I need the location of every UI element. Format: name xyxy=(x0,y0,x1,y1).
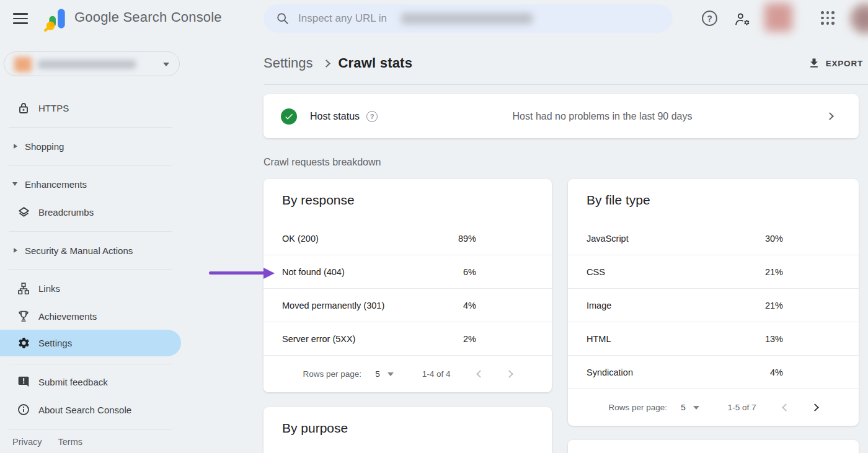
next-page-icon[interactable] xyxy=(506,370,514,378)
sidebar-item-label: Enhancements xyxy=(25,179,87,190)
sidebar-item-label: Links xyxy=(38,283,60,294)
redacted-search-domain xyxy=(401,13,533,24)
pagination-range: 1-4 of 4 xyxy=(422,369,451,379)
menu-icon[interactable] xyxy=(13,13,29,24)
url-inspection-bar[interactable] xyxy=(264,4,673,33)
breadcrumb: Settings Crawl stats EXPORT xyxy=(264,51,863,76)
sidebar-item-about-search-console[interactable]: About Search Console xyxy=(0,396,181,423)
sidebar-footer: Privacy Terms xyxy=(12,437,82,447)
row-value: 13% xyxy=(752,334,783,344)
sidebar-item-breadcrumbs[interactable]: Breadcrumbs xyxy=(0,198,181,226)
by-response-card: By response OK (200) 89% Not found (404)… xyxy=(264,179,552,392)
card-title: By response xyxy=(264,179,552,208)
pagination-range: 1-5 of 7 xyxy=(728,403,756,412)
sidebar-item-label: Settings xyxy=(38,338,72,348)
expand-right-icon xyxy=(14,248,17,253)
next-card-peek xyxy=(568,440,859,453)
sidebar: HTTPS Shopping Enhancements Breadcrumbs xyxy=(0,37,186,453)
table-row[interactable]: Server error (5XX) 2% xyxy=(264,322,552,356)
main-content: Settings Crawl stats EXPORT Host status … xyxy=(186,37,868,453)
sidebar-item-settings[interactable]: Settings xyxy=(0,330,181,356)
sidebar-item-https[interactable]: HTTPS xyxy=(0,94,181,121)
export-button[interactable]: EXPORT xyxy=(808,57,863,69)
left-column: By response OK (200) 89% Not found (404)… xyxy=(264,179,552,453)
sidebar-item-security-manual-actions[interactable]: Security & Manual Actions xyxy=(0,237,181,264)
by-purpose-card: By purpose xyxy=(264,407,552,453)
terms-link[interactable]: Terms xyxy=(58,437,82,447)
export-label: EXPORT xyxy=(826,59,863,68)
help-icon[interactable]: ? xyxy=(366,111,378,122)
pagination: Rows per page: 5 1-5 of 7 xyxy=(568,389,859,426)
chevron-down-icon[interactable] xyxy=(388,372,394,376)
trophy-icon xyxy=(17,309,30,323)
row-value: 6% xyxy=(445,267,476,277)
chevron-down-icon[interactable] xyxy=(693,406,699,410)
row-label: CSS xyxy=(587,267,752,277)
table-row[interactable]: Syndication 4% xyxy=(568,356,859,389)
row-label: Not found (404) xyxy=(282,267,445,277)
row-value: 30% xyxy=(752,234,783,244)
privacy-link[interactable]: Privacy xyxy=(12,437,42,447)
by-file-type-table: JavaScript 30% CSS 21% Image 21% HTML xyxy=(568,222,859,389)
table-row[interactable]: Not found (404) 6% xyxy=(264,255,552,289)
chevron-right-icon xyxy=(322,59,330,68)
table-row[interactable]: Image 21% xyxy=(568,289,859,322)
table-row[interactable]: OK (200) 89% xyxy=(264,222,552,255)
sidebar-item-shopping[interactable]: Shopping xyxy=(0,133,181,160)
annotation-arrow xyxy=(209,271,277,275)
user-settings-icon[interactable] xyxy=(734,11,751,27)
link-tree-icon xyxy=(17,281,30,295)
row-value: 21% xyxy=(752,301,783,310)
property-selector[interactable] xyxy=(4,51,180,76)
layers-icon xyxy=(17,205,30,219)
row-label: Syndication xyxy=(587,367,752,377)
sidebar-item-label: Security & Manual Actions xyxy=(25,245,133,256)
row-label: Image xyxy=(587,301,752,310)
previous-page-icon[interactable] xyxy=(477,370,485,378)
row-label: Server error (5XX) xyxy=(282,334,445,344)
divider xyxy=(9,165,172,166)
download-icon xyxy=(808,57,820,69)
section-title: Crawl requests breakdown xyxy=(264,157,381,168)
by-response-table: OK (200) 89% Not found (404) 6% Moved pe… xyxy=(264,222,552,356)
help-icon[interactable]: ? xyxy=(702,11,717,26)
breadcrumb-settings[interactable]: Settings xyxy=(264,55,313,71)
divider xyxy=(9,429,172,430)
sidebar-item-label: Shopping xyxy=(25,141,64,152)
pagination: Rows per page: 5 1-4 of 4 xyxy=(264,356,552,392)
row-value: 21% xyxy=(752,267,783,277)
feedback-icon xyxy=(17,375,30,389)
host-status-title: Host status xyxy=(310,111,360,122)
rows-per-page-value[interactable]: 5 xyxy=(375,369,380,379)
page-title: Crawl stats xyxy=(339,55,413,71)
table-row[interactable]: CSS 21% xyxy=(568,255,859,289)
table-row[interactable]: Moved permanently (301) 4% xyxy=(264,289,552,322)
chevron-right-icon[interactable] xyxy=(826,112,834,120)
divider xyxy=(9,269,172,270)
table-row[interactable]: HTML 13% xyxy=(568,322,859,356)
table-row[interactable]: JavaScript 30% xyxy=(568,222,859,255)
google-apps-grid-icon[interactable] xyxy=(821,11,835,25)
rows-per-page-value[interactable]: 5 xyxy=(681,403,686,412)
avatar[interactable] xyxy=(849,2,868,35)
row-value: 4% xyxy=(752,367,783,377)
lock-icon xyxy=(17,101,30,115)
next-page-icon[interactable] xyxy=(812,403,820,411)
by-file-type-card: By file type JavaScript 30% CSS 21% Imag… xyxy=(568,179,859,426)
sidebar-item-achievements[interactable]: Achievements xyxy=(0,302,181,330)
sidebar-item-submit-feedback[interactable]: Submit feedback xyxy=(0,368,181,395)
top-app-bar: Google Search Console ? xyxy=(0,0,868,37)
info-icon xyxy=(17,403,30,416)
help-glyph: ? xyxy=(707,14,712,24)
redacted-property-favicon xyxy=(14,57,32,72)
sidebar-item-enhancements[interactable]: Enhancements xyxy=(0,170,181,198)
google-search-console-app: Google Search Console ? xyxy=(0,0,868,453)
sidebar-item-links[interactable]: Links xyxy=(0,275,181,302)
sidebar-item-label: Submit feedback xyxy=(38,377,108,387)
row-label: JavaScript xyxy=(587,234,752,244)
divider xyxy=(9,364,172,364)
host-status-card[interactable]: Host status ? Host had no problems in th… xyxy=(264,94,859,138)
row-value: 2% xyxy=(445,334,476,344)
previous-page-icon[interactable] xyxy=(782,403,790,411)
sidebar-item-label: Breadcrumbs xyxy=(38,207,94,218)
